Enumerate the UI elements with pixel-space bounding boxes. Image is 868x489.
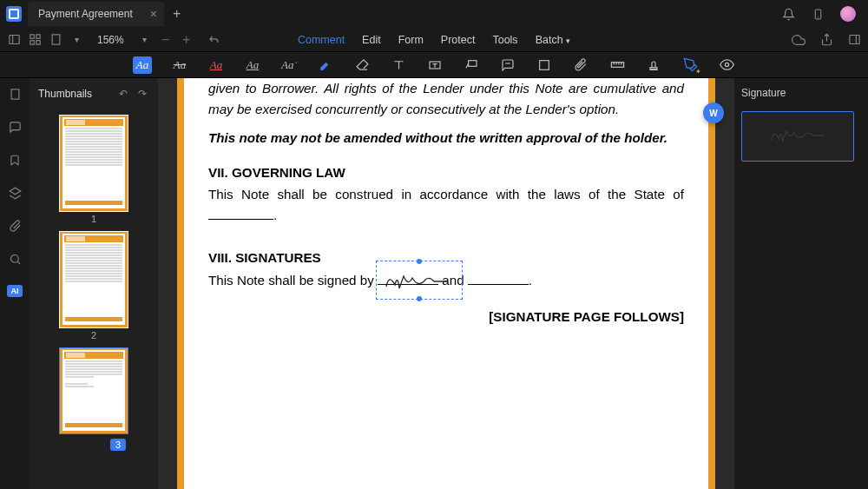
svg-rect-0 xyxy=(815,10,821,19)
signature-tool[interactable]: ✦ xyxy=(681,56,699,74)
thumbnail-page-3[interactable] xyxy=(59,347,128,434)
view-bar: ▾ 156% ▾ − + Comment Edit Form Protect T… xyxy=(0,28,868,52)
bell-icon[interactable] xyxy=(781,7,795,21)
attachment-tool[interactable] xyxy=(572,56,589,74)
document-page: given to Borrower. All rights of the Len… xyxy=(177,78,715,489)
svg-point-22 xyxy=(10,254,18,262)
thumb-num-2: 2 xyxy=(30,330,158,340)
caret-tool[interactable]: Aa˅ xyxy=(280,56,298,74)
attachments-rail-icon[interactable] xyxy=(8,219,22,233)
thumb-num-3: 3 xyxy=(110,439,126,451)
svg-rect-15 xyxy=(611,63,623,68)
strikethrough-tool[interactable]: Aa xyxy=(171,56,188,74)
textbox-tool[interactable] xyxy=(426,56,444,74)
eraser-tool[interactable] xyxy=(353,56,371,74)
signature-panel-title: Signature xyxy=(741,87,861,99)
section-7-title: VII. GOVERNING LAW xyxy=(208,162,684,183)
document-tab[interactable]: Payment Agreement × xyxy=(28,2,164,26)
signature-panel: Signature xyxy=(734,78,868,489)
section-7-body: This Note shall be construed in accordan… xyxy=(208,184,684,225)
cloud-icon[interactable] xyxy=(792,33,806,47)
user-avatar[interactable] xyxy=(840,6,856,22)
page-view-icon[interactable] xyxy=(49,33,62,47)
main-menu: Comment Edit Form Protect Tools Batch ▾ xyxy=(298,34,570,46)
squiggly-tool[interactable]: Aa xyxy=(244,56,261,74)
doc-paragraph-1: given to Borrower. All rights of the Len… xyxy=(208,78,684,119)
thumbnail-page-1[interactable] xyxy=(59,115,128,212)
menu-protect[interactable]: Protect xyxy=(441,34,476,46)
svg-rect-12 xyxy=(469,60,477,66)
zoom-out-button[interactable]: − xyxy=(159,33,173,47)
shape-tool[interactable] xyxy=(536,56,553,74)
svg-rect-8 xyxy=(52,35,60,44)
signature-preview[interactable] xyxy=(741,111,854,162)
share-icon[interactable] xyxy=(819,33,833,47)
comments-rail-icon[interactable] xyxy=(8,120,22,134)
svg-rect-14 xyxy=(540,60,549,69)
rotate-right-icon[interactable]: ↷ xyxy=(135,87,149,101)
panel-toggle-icon[interactable] xyxy=(847,33,861,47)
rotate-left-icon[interactable]: ↶ xyxy=(116,87,130,101)
menu-comment[interactable]: Comment xyxy=(298,34,345,46)
close-tab-icon[interactable]: × xyxy=(150,7,157,21)
sidebar-toggle-icon[interactable] xyxy=(7,33,21,47)
highlight-tool[interactable]: Aa xyxy=(133,56,152,74)
zoom-level[interactable]: 156% xyxy=(97,34,124,46)
svg-rect-6 xyxy=(30,41,33,44)
thumb-num-1: 1 xyxy=(30,214,158,224)
measure-tool[interactable] xyxy=(608,56,626,74)
svg-rect-7 xyxy=(36,41,39,44)
section-8-title: VIII. SIGNATURES xyxy=(208,248,684,268)
menu-batch[interactable]: Batch ▾ xyxy=(536,34,570,46)
text-tool[interactable] xyxy=(390,56,407,74)
search-rail-icon[interactable] xyxy=(8,252,22,266)
svg-rect-2 xyxy=(9,36,18,44)
zoom-in-button[interactable]: + xyxy=(180,33,194,47)
svg-rect-9 xyxy=(849,36,858,44)
undo-icon[interactable] xyxy=(207,33,221,47)
add-tab-button[interactable]: + xyxy=(164,6,189,22)
svg-rect-4 xyxy=(30,35,33,38)
tab-title: Payment Agreement xyxy=(38,8,133,20)
callout-tool[interactable] xyxy=(463,56,480,74)
signature-page-follows: [SIGNATURE PAGE FOLLOWS] xyxy=(208,307,684,327)
svg-line-23 xyxy=(17,261,20,264)
phone-icon[interactable] xyxy=(811,7,825,21)
left-rail: AI xyxy=(0,78,30,489)
bookmarks-rail-icon[interactable] xyxy=(8,153,22,167)
svg-point-20 xyxy=(725,63,728,66)
eye-tool[interactable] xyxy=(718,56,735,74)
thumbnails-panel: Thumbnails ↶ ↷ 1 xyxy=(30,78,158,489)
svg-rect-21 xyxy=(11,89,19,98)
floating-word-badge[interactable]: W xyxy=(703,102,724,123)
doc-paragraph-2: This note may not be amended without the… xyxy=(208,128,684,149)
svg-rect-5 xyxy=(36,35,39,38)
title-bar: Payment Agreement × + xyxy=(0,0,868,28)
menu-edit[interactable]: Edit xyxy=(362,34,381,46)
dropdown-icon[interactable]: ▾ xyxy=(69,33,83,47)
layers-rail-icon[interactable] xyxy=(8,186,22,200)
comment-toolbar: Aa Aa Aa Aa Aa˅ ✦ xyxy=(0,52,868,78)
thumbnail-page-2[interactable] xyxy=(59,231,128,328)
underline-tool[interactable]: Aa xyxy=(207,56,225,74)
note-tool[interactable] xyxy=(499,56,516,74)
signature-image[interactable] xyxy=(382,269,451,295)
document-area[interactable]: given to Borrower. All rights of the Len… xyxy=(158,78,734,489)
stamp-tool[interactable] xyxy=(645,56,662,74)
ai-badge[interactable]: AI xyxy=(7,285,23,297)
menu-form[interactable]: Form xyxy=(398,34,424,46)
menu-tools[interactable]: Tools xyxy=(492,34,517,46)
thumbnails-title: Thumbnails xyxy=(38,88,92,100)
app-logo[interactable] xyxy=(0,0,28,28)
pencil-tool[interactable] xyxy=(317,56,334,74)
thumbnails-rail-icon[interactable] xyxy=(8,87,22,101)
zoom-dropdown-icon[interactable]: ▾ xyxy=(138,33,152,47)
grid-view-icon[interactable] xyxy=(28,33,42,47)
